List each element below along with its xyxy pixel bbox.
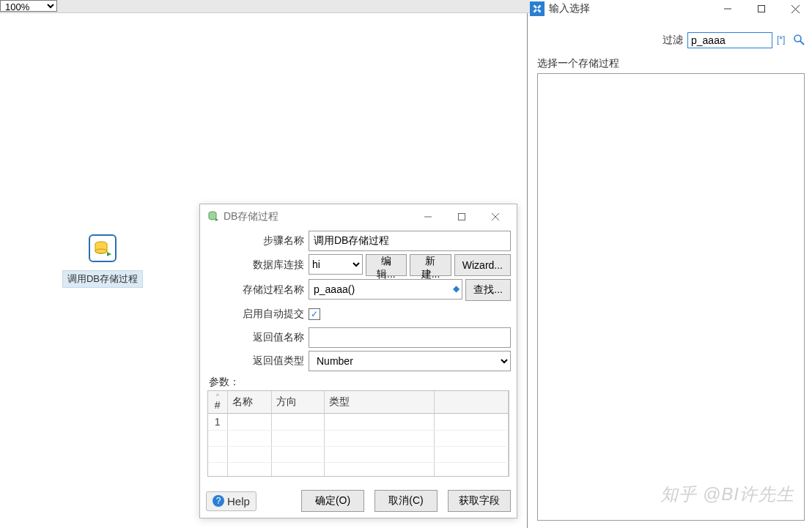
dialog2-titlebar[interactable]: 输入选择	[530, 0, 812, 18]
proc-name-label: 存储过程名称	[206, 283, 309, 297]
table-row[interactable]	[208, 431, 509, 447]
database-icon	[207, 210, 219, 224]
svg-rect-6	[459, 214, 465, 220]
db-conn-label: 数据库连接	[206, 259, 309, 272]
retval-type-select[interactable]: Number	[309, 351, 511, 371]
filter-label: 过滤	[662, 34, 683, 47]
maximize-button[interactable]	[445, 206, 479, 228]
get-fields-button[interactable]: 获取字段	[448, 490, 511, 512]
col-dir[interactable]: 方向	[271, 391, 324, 414]
minimize-button[interactable]	[411, 206, 445, 228]
search-icon[interactable]	[793, 34, 805, 48]
svg-text:[*]: [*]	[777, 34, 785, 45]
col-type[interactable]: 类型	[324, 391, 434, 414]
params-label: 参数：	[209, 376, 511, 389]
cancel-button[interactable]: 取消(C)	[374, 490, 438, 512]
ok-button[interactable]: 确定(O)	[301, 490, 364, 512]
params-table[interactable]: ^# 名称 方向 类型 1	[207, 390, 509, 477]
wrench-icon	[530, 1, 545, 16]
col-num: ^#	[208, 391, 227, 414]
filter-input[interactable]	[687, 32, 772, 48]
col-blank	[434, 391, 509, 414]
autocommit-checkbox[interactable]: ✓	[309, 308, 320, 320]
step-node[interactable]: 调用DB存储过程	[59, 234, 147, 288]
dialog1-form: 步骤名称 数据库连接 hi 编辑... 新建... Wizard... 存储过程…	[200, 229, 517, 477]
retval-name-input[interactable]	[309, 327, 511, 348]
table-row[interactable]	[208, 463, 509, 477]
svg-rect-10	[759, 6, 765, 12]
col-name[interactable]: 名称	[227, 391, 271, 414]
new-button[interactable]: 新建...	[410, 254, 451, 276]
dialog1-titlebar[interactable]: DB存储过程	[200, 204, 517, 229]
db-conn-select[interactable]: hi	[309, 254, 363, 275]
wizard-button[interactable]: Wizard...	[454, 254, 511, 276]
help-icon: ?	[213, 495, 224, 507]
retval-type-label: 返回值类型	[206, 354, 309, 368]
proc-name-input[interactable]	[309, 279, 462, 300]
zoom-select[interactable]: 100%	[0, 0, 57, 12]
db-proc-dialog: DB存储过程 步骤名称 数据库连接 hi 编辑... 新建... Wizard.…	[199, 204, 517, 518]
step-name-label: 步骤名称	[206, 234, 309, 248]
dialog1-title: DB存储过程	[224, 210, 278, 223]
input-select-dialog: 输入选择 过滤 [*] 选择一个存储过程	[530, 0, 812, 528]
close-button[interactable]	[778, 1, 812, 17]
step-node-label: 调用DB存储过程	[62, 270, 143, 288]
maximize-button[interactable]	[745, 1, 778, 17]
table-row[interactable]: 1	[208, 414, 509, 431]
table-row[interactable]	[208, 447, 509, 463]
prompt-label: 选择一个存储过程	[530, 53, 812, 73]
result-list[interactable]	[537, 73, 805, 521]
find-button[interactable]: 查找...	[465, 279, 511, 301]
retval-name-label: 返回值名称	[206, 331, 309, 344]
dialog2-title: 输入选择	[549, 2, 590, 15]
help-button[interactable]: ? Help	[206, 491, 256, 511]
variable-icon[interactable]: ◆	[453, 283, 459, 294]
edit-button[interactable]: 编辑...	[366, 254, 407, 276]
svg-marker-2	[107, 252, 111, 256]
close-button[interactable]	[479, 206, 512, 228]
regex-icon[interactable]: [*]	[777, 34, 789, 48]
step-name-input[interactable]	[309, 231, 511, 251]
database-step-icon	[89, 234, 117, 262]
svg-line-15	[800, 41, 804, 45]
svg-marker-4	[215, 218, 218, 221]
autocommit-label: 启用自动提交	[206, 308, 309, 321]
svg-point-14	[794, 35, 801, 42]
minimize-button[interactable]	[711, 1, 745, 17]
